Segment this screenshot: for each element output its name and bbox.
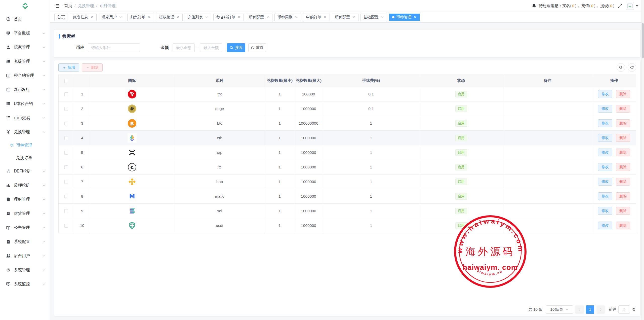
close-icon[interactable] xyxy=(323,15,327,19)
close-icon[interactable] xyxy=(176,15,180,19)
breadcrumb-exchange[interactable]: 兑换管理 xyxy=(78,3,94,9)
tab-申购订单[interactable]: 申购订单 xyxy=(303,14,330,21)
row-checkbox[interactable] xyxy=(64,195,68,198)
sidebar-item-new-coin[interactable]: 新币发行 xyxy=(0,83,50,97)
avatar[interactable] xyxy=(626,2,634,10)
message-label[interactable]: 实名 xyxy=(562,4,570,8)
sidebar-item-pledge-mining[interactable]: 质押挖矿 xyxy=(0,178,50,192)
row-checkbox[interactable] xyxy=(64,107,68,111)
tab-币种配置[interactable]: 币种配置 xyxy=(332,14,358,21)
next-page-button[interactable] xyxy=(596,305,605,314)
close-icon[interactable] xyxy=(237,15,241,19)
sidebar-item-u-contract[interactable]: U本位合约 xyxy=(0,97,50,111)
row-checkbox[interactable] xyxy=(64,180,68,184)
sidebar-item-loan[interactable]: 借贷管理 xyxy=(0,206,50,221)
row-delete-button[interactable]: 删除 xyxy=(616,105,630,113)
tab-首页[interactable]: 首页 xyxy=(54,14,68,21)
sidebar-item-dashboard[interactable]: 首页 xyxy=(0,12,50,26)
sidebar-subitem-exchange-orders[interactable]: 兑换订单 xyxy=(0,152,50,164)
scrollbar[interactable] xyxy=(641,0,644,320)
tab-归集订单[interactable]: 归集订单 xyxy=(127,14,154,21)
sidebar-item-recharge[interactable]: 充提管理 xyxy=(0,54,50,68)
tab-充值列表[interactable]: 充值列表 xyxy=(185,14,211,21)
sidebar-item-player[interactable]: 玩家管理 xyxy=(0,40,50,54)
edit-button[interactable]: 修改 xyxy=(598,178,612,186)
tab-币种管理[interactable]: 币种管理 xyxy=(389,14,420,21)
reset-button[interactable]: 重置 xyxy=(248,43,266,52)
tab-账变信息[interactable]: 账变信息 xyxy=(70,14,97,21)
sidebar-subitem-coin-manage[interactable]: 币种管理 xyxy=(0,139,50,152)
tab-币种配置[interactable]: 币种配置 xyxy=(246,14,272,21)
close-icon[interactable] xyxy=(90,15,94,19)
row-delete-button[interactable]: 删除 xyxy=(616,222,630,229)
sidebar-item-defi-mining[interactable]: DEFI挖矿 xyxy=(0,164,50,178)
edit-button[interactable]: 修改 xyxy=(598,192,612,200)
sidebar-item-system-manage[interactable]: 系统管理 xyxy=(0,263,50,277)
message-label[interactable]: 提现 xyxy=(600,4,608,8)
breadcrumb-home[interactable]: 首页 xyxy=(64,3,72,9)
app-logo[interactable] xyxy=(0,0,50,12)
edit-button[interactable]: 修改 xyxy=(598,105,612,113)
row-checkbox[interactable] xyxy=(64,151,68,155)
tab-授权管理[interactable]: 授权管理 xyxy=(156,14,183,21)
delete-button[interactable]: － 删除 xyxy=(82,63,103,72)
caret-down-icon[interactable] xyxy=(636,5,638,7)
edit-button[interactable]: 修改 xyxy=(598,222,612,229)
bell-icon[interactable] xyxy=(532,4,536,8)
sidebar-item-seconds-contract[interactable]: 秒合约管理 xyxy=(0,68,50,83)
row-checkbox[interactable] xyxy=(64,136,68,140)
close-icon[interactable] xyxy=(266,15,269,19)
select-all-checkbox[interactable] xyxy=(64,79,68,83)
sidebar-item-system-config[interactable]: 系统配置 xyxy=(0,235,50,249)
edit-button[interactable]: 修改 xyxy=(598,149,612,156)
row-checkbox[interactable] xyxy=(64,92,68,96)
edit-button[interactable]: 修改 xyxy=(598,119,612,127)
row-delete-button[interactable]: 删除 xyxy=(616,207,630,215)
sidebar-item-platform-data[interactable]: 平台数据 xyxy=(0,26,50,40)
scrollbar-thumb[interactable] xyxy=(642,23,644,58)
goto-page-input[interactable] xyxy=(618,305,630,314)
row-checkbox[interactable] xyxy=(64,224,68,228)
message-label[interactable]: 充值 xyxy=(581,4,589,8)
close-icon[interactable] xyxy=(413,15,417,19)
page-1-button[interactable]: 1 xyxy=(586,305,594,314)
close-icon[interactable] xyxy=(380,15,384,19)
row-delete-button[interactable]: 删除 xyxy=(616,119,630,127)
row-checkbox[interactable] xyxy=(64,165,68,169)
row-delete-button[interactable]: 删除 xyxy=(616,178,630,186)
page-size-select[interactable]: 10条/页 xyxy=(546,305,573,314)
add-button[interactable]: ＋ 新增 xyxy=(58,63,79,72)
sidebar-item-exchange[interactable]: 兑换管理 xyxy=(0,125,50,139)
tab-币种周期[interactable]: 币种周期 xyxy=(274,14,301,21)
row-delete-button[interactable]: 删除 xyxy=(616,149,630,156)
edit-button[interactable]: 修改 xyxy=(598,90,612,98)
tab-基础配置[interactable]: 基础配置 xyxy=(360,14,387,21)
edit-button[interactable]: 修改 xyxy=(598,207,612,215)
edit-button[interactable]: 修改 xyxy=(598,163,612,171)
row-delete-button[interactable]: 删除 xyxy=(616,163,630,171)
fullscreen-icon[interactable] xyxy=(617,3,622,8)
table-search-button[interactable] xyxy=(617,63,625,72)
sidebar-item-notice[interactable]: 公告管理 xyxy=(0,221,50,235)
tab-玩家用户[interactable]: 玩家用户 xyxy=(99,14,125,21)
search-button[interactable]: 搜索 xyxy=(227,43,245,52)
close-icon[interactable] xyxy=(118,15,122,19)
tab-秒合约订单[interactable]: 秒合约订单 xyxy=(213,14,244,21)
sidebar-item-system-monitor[interactable]: 系统监控 xyxy=(0,277,50,291)
close-icon[interactable] xyxy=(294,15,298,19)
row-delete-button[interactable]: 删除 xyxy=(616,134,630,142)
row-delete-button[interactable]: 删除 xyxy=(616,90,630,98)
row-delete-button[interactable]: 删除 xyxy=(616,192,630,200)
sidebar-item-wealth[interactable]: 理财管理 xyxy=(0,192,50,206)
menu-fold-icon[interactable] xyxy=(54,4,59,8)
row-checkbox[interactable] xyxy=(64,122,68,125)
row-checkbox[interactable] xyxy=(64,209,68,213)
edit-button[interactable]: 修改 xyxy=(598,134,612,142)
close-icon[interactable] xyxy=(205,15,208,19)
max-amount-input[interactable] xyxy=(200,43,222,52)
prev-page-button[interactable] xyxy=(575,305,584,314)
sidebar-item-admin-user[interactable]: 后台用户 xyxy=(0,249,50,263)
table-refresh-button[interactable] xyxy=(628,63,636,72)
close-icon[interactable] xyxy=(352,15,355,19)
close-icon[interactable] xyxy=(147,15,151,19)
